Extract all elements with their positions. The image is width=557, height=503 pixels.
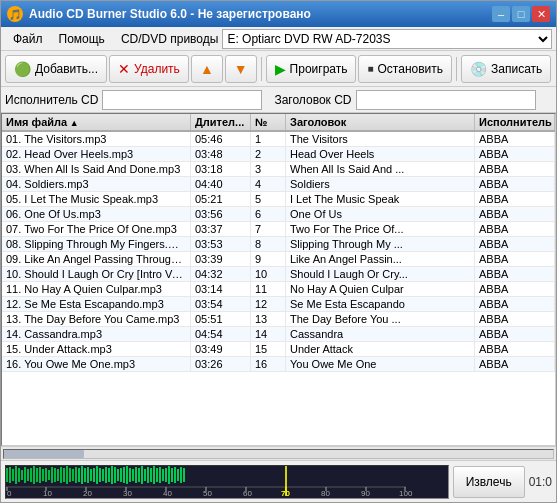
scrollbar-thumb[interactable]	[4, 450, 84, 458]
cell-num: 1	[251, 132, 286, 146]
drive-section: CD/DVD приводы E: Optiarc DVD RW AD-7203…	[121, 29, 552, 49]
maximize-button[interactable]: □	[512, 6, 530, 22]
play-label: Проиграть	[290, 62, 348, 76]
down-button[interactable]: ▼	[225, 55, 257, 83]
cell-title: I Let The Music Speak	[286, 192, 475, 206]
svg-rect-45	[141, 466, 143, 484]
svg-rect-55	[171, 468, 173, 482]
svg-rect-26	[84, 468, 86, 482]
svg-rect-1	[9, 467, 11, 483]
svg-rect-7	[27, 469, 29, 481]
menu-bar: Файл Помощь CD/DVD приводы E: Optiarc DV…	[1, 27, 556, 51]
svg-rect-49	[153, 466, 155, 484]
artist-label: Исполнитель CD	[5, 93, 98, 107]
svg-rect-17	[57, 469, 59, 481]
svg-rect-0	[6, 468, 8, 482]
cell-filename: 05. I Let The Music Speak.mp3	[2, 192, 191, 206]
table-row[interactable]: 09. Like An Angel Passing Through My Roo…	[2, 252, 555, 267]
table-row[interactable]: 05. I Let The Music Speak.mp305:215I Let…	[2, 192, 555, 207]
cell-filename: 16. You Owe Me One.mp3	[2, 357, 191, 371]
svg-rect-12	[42, 469, 44, 481]
minimize-button[interactable]: –	[492, 6, 510, 22]
cell-duration: 04:54	[191, 327, 251, 341]
svg-rect-21	[69, 468, 71, 482]
svg-rect-37	[117, 469, 119, 481]
cell-duration: 03:14	[191, 282, 251, 296]
cell-artist: ABBA	[475, 357, 555, 371]
up-button[interactable]: ▲	[191, 55, 223, 83]
svg-rect-27	[87, 467, 89, 483]
cell-num: 2	[251, 147, 286, 161]
remove-button[interactable]: ✕ Удалить	[109, 55, 189, 83]
cell-duration: 03:18	[191, 162, 251, 176]
cell-duration: 03:56	[191, 207, 251, 221]
table-row[interactable]: 14. Cassandra.mp304:5414CassandraABBA	[2, 327, 555, 342]
cell-num: 13	[251, 312, 286, 326]
svg-rect-46	[144, 469, 146, 481]
table-row[interactable]: 08. Slipping Through My Fingers.mp303:53…	[2, 237, 555, 252]
table-row[interactable]: 04. Soldiers.mp304:404SoldiersABBA	[2, 177, 555, 192]
table-row[interactable]: 06. One Of Us.mp303:566One Of UsABBA	[2, 207, 555, 222]
header-num[interactable]: №	[251, 114, 286, 130]
cell-title: When All Is Said And ...	[286, 162, 475, 176]
cell-num: 3	[251, 162, 286, 176]
cell-duration: 03:26	[191, 357, 251, 371]
extract-button[interactable]: Извлечь	[453, 466, 525, 498]
header-duration[interactable]: Длител...	[191, 114, 251, 130]
svg-rect-41	[129, 468, 131, 482]
menu-help[interactable]: Помощь	[51, 30, 113, 48]
stop-label: Остановить	[378, 62, 444, 76]
table-row[interactable]: 01. The Visitors.mp305:461The VisitorsAB…	[2, 132, 555, 147]
table-row[interactable]: 07. Two For The Price Of One.mp303:377Tw…	[2, 222, 555, 237]
horizontal-scrollbar[interactable]	[1, 446, 556, 460]
cell-filename: 12. Se Me Esta Escapando.mp3	[2, 297, 191, 311]
table-row[interactable]: 11. No Hay A Quien Culpar.mp303:1411No H…	[2, 282, 555, 297]
cell-title: Cassandra	[286, 327, 475, 341]
svg-rect-57	[177, 469, 179, 481]
cell-num: 10	[251, 267, 286, 281]
header-filename[interactable]: Имя файла	[2, 114, 191, 130]
cell-duration: 04:40	[191, 177, 251, 191]
cell-filename: 03. When All Is Said And Done.mp3	[2, 162, 191, 176]
close-button[interactable]: ✕	[532, 6, 550, 22]
title-controls: – □ ✕	[492, 6, 550, 22]
cell-artist: ABBA	[475, 327, 555, 341]
cell-artist: ABBA	[475, 342, 555, 356]
cell-title: One Of Us	[286, 207, 475, 221]
stop-button[interactable]: ■ Остановить	[358, 55, 452, 83]
add-button[interactable]: 🟢 Добавить...	[5, 55, 107, 83]
svg-rect-9	[33, 466, 35, 484]
svg-rect-50	[156, 468, 158, 482]
svg-rect-53	[165, 468, 167, 482]
title-input[interactable]	[356, 90, 536, 110]
menu-file[interactable]: Файл	[5, 30, 51, 48]
svg-rect-38	[120, 468, 122, 482]
cell-num: 5	[251, 192, 286, 206]
cell-duration: 03:39	[191, 252, 251, 266]
remove-icon: ✕	[118, 61, 130, 77]
header-title[interactable]: Заголовок	[286, 114, 475, 130]
table-row[interactable]: 10. Should I Laugh Or Cry [Intro Version…	[2, 267, 555, 282]
cell-filename: 02. Head Over Heels.mp3	[2, 147, 191, 161]
table-row[interactable]: 13. The Day Before You Came.mp305:5113Th…	[2, 312, 555, 327]
table-row[interactable]: 16. You Owe Me One.mp303:2616You Owe Me …	[2, 357, 555, 372]
scrollbar-track[interactable]	[3, 449, 554, 459]
cell-title: Se Me Esta Escapando	[286, 297, 475, 311]
time-display: 01:0	[529, 475, 552, 489]
drive-select[interactable]: E: Optiarc DVD RW AD-7203S	[222, 29, 552, 49]
header-artist[interactable]: Исполнитель	[475, 114, 555, 130]
artist-input[interactable]	[102, 90, 262, 110]
add-label: Добавить...	[35, 62, 98, 76]
play-button[interactable]: ▶ Проиграть	[266, 55, 357, 83]
svg-rect-29	[93, 468, 95, 482]
table-row[interactable]: 02. Head Over Heels.mp303:482Head Over H…	[2, 147, 555, 162]
table-row[interactable]: 12. Se Me Esta Escapando.mp303:5412Se Me…	[2, 297, 555, 312]
cell-title: The Visitors	[286, 132, 475, 146]
table-row[interactable]: 15. Under Attack.mp303:4915Under AttackA…	[2, 342, 555, 357]
burn-button[interactable]: 💿 Записать	[461, 55, 551, 83]
waveform-svg: 0 10 20 30 40 50 60 70 80 90	[6, 466, 448, 498]
table-row[interactable]: 03. When All Is Said And Done.mp303:183W…	[2, 162, 555, 177]
table-body[interactable]: 01. The Visitors.mp305:461The VisitorsAB…	[2, 132, 555, 445]
svg-rect-51	[159, 467, 161, 483]
svg-rect-43	[135, 467, 137, 483]
